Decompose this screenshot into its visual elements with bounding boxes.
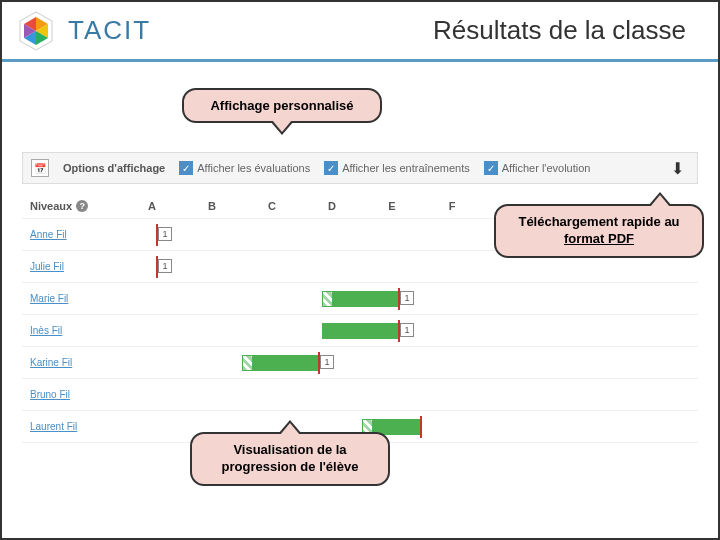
- hexagon-icon: [14, 9, 58, 53]
- checkbox-label: Afficher les évaluations: [197, 162, 310, 174]
- count-badge: 1: [320, 355, 334, 369]
- column-c: C: [242, 200, 302, 212]
- download-icon[interactable]: ⬇: [671, 159, 689, 177]
- results-panel: 📅 Options d'affichage ✓Afficher les éval…: [22, 152, 698, 443]
- callout-text: progression de l'élève: [222, 459, 359, 474]
- progress-bar: [252, 355, 318, 371]
- brand-text: TACIT: [68, 15, 151, 46]
- brand-logo: TACIT: [14, 9, 151, 53]
- table-row: Karine Fil1: [22, 347, 698, 379]
- check-icon: ✓: [179, 161, 193, 175]
- checkbox-evaluations[interactable]: ✓Afficher les évaluations: [179, 161, 310, 175]
- progress-bars: [122, 379, 698, 410]
- progress-bars: 1: [122, 347, 698, 378]
- count-badge: 1: [400, 291, 414, 305]
- progress-bars: 1: [122, 315, 698, 346]
- checkbox-evolution[interactable]: ✓Afficher l'evolution: [484, 161, 591, 175]
- count-badge: 1: [158, 259, 172, 273]
- student-link[interactable]: Inès Fil: [22, 325, 122, 336]
- callout-display-options: Affichage personnalisé: [182, 88, 382, 123]
- column-d: D: [302, 200, 362, 212]
- checkbox-label: Afficher les entraînements: [342, 162, 470, 174]
- student-link[interactable]: Anne Fil: [22, 229, 122, 240]
- student-link[interactable]: Karine Fil: [22, 357, 122, 368]
- column-a: A: [122, 200, 182, 212]
- calendar-icon[interactable]: 📅: [31, 159, 49, 177]
- student-link[interactable]: Bruno Fil: [22, 389, 122, 400]
- page-title: Résultats de la classe: [433, 15, 686, 46]
- check-icon: ✓: [484, 161, 498, 175]
- callout-text: Affichage personnalisé: [210, 98, 353, 113]
- table-row: Bruno Fil: [22, 379, 698, 411]
- checkbox-trainings[interactable]: ✓Afficher les entraînements: [324, 161, 470, 175]
- progress-bar: [332, 291, 398, 307]
- app-header: TACIT Résultats de la classe: [2, 2, 718, 62]
- student-link[interactable]: Laurent Fil: [22, 421, 122, 432]
- column-label: Niveaux: [30, 200, 72, 212]
- count-badge: 1: [400, 323, 414, 337]
- callout-download-pdf: Téléchargement rapide au format PDF: [494, 204, 704, 258]
- callout-text: Visualisation de la: [233, 442, 346, 457]
- checkbox-label: Afficher l'evolution: [502, 162, 591, 174]
- display-options-bar: 📅 Options d'affichage ✓Afficher les éval…: [22, 152, 698, 184]
- callout-text: Téléchargement rapide au: [518, 214, 679, 229]
- table-row: Marie Fil1: [22, 283, 698, 315]
- student-link[interactable]: Marie Fil: [22, 293, 122, 304]
- progress-bar: [322, 323, 398, 339]
- options-label: Options d'affichage: [63, 162, 165, 174]
- marker-icon: [420, 416, 422, 438]
- check-icon: ✓: [324, 161, 338, 175]
- column-levels: Niveaux ?: [22, 200, 122, 212]
- callout-text: format PDF: [564, 231, 634, 246]
- progress-bars: 1: [122, 283, 698, 314]
- column-f: F: [422, 200, 482, 212]
- student-link[interactable]: Julie Fil: [22, 261, 122, 272]
- callout-progress-visual: Visualisation de la progression de l'élè…: [190, 432, 390, 486]
- count-badge: 1: [158, 227, 172, 241]
- column-b: B: [182, 200, 242, 212]
- help-icon[interactable]: ?: [76, 200, 88, 212]
- column-e: E: [362, 200, 422, 212]
- table-row: Inès Fil1: [22, 315, 698, 347]
